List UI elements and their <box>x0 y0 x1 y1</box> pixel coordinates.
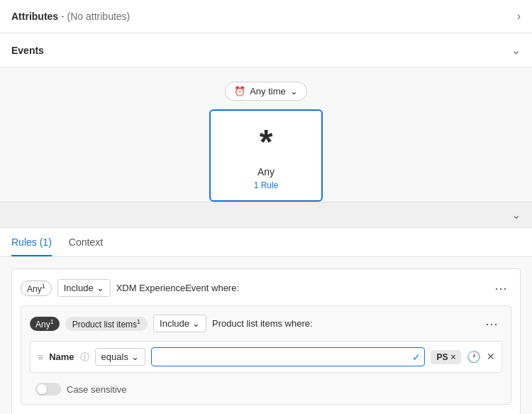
case-sensitive-label: Case sensitive <box>67 384 127 395</box>
ps-label: PS <box>436 352 448 362</box>
top-rule-row: Any1 Include ⌄ XDM ExperienceEvent where… <box>21 279 511 297</box>
any-time-button[interactable]: ⏰ Any time ⌄ <box>225 82 307 101</box>
toggle-knob <box>37 384 47 394</box>
equals-dropdown[interactable]: equals ⌄ <box>95 348 145 366</box>
sub-rule-text: Product list items where: <box>212 318 477 329</box>
case-sensitive-row: Case sensitive <box>30 380 502 396</box>
attributes-subtitle: - (No attributes) <box>58 11 130 22</box>
events-title: Events <box>11 45 44 56</box>
rules-section: Rules (1) Context Any1 Include ⌄ XDM Exp… <box>0 228 532 414</box>
attributes-title: Attributes - (No attributes) <box>11 11 130 22</box>
clock-icon: ⏰ <box>234 86 245 97</box>
tab-context[interactable]: Context <box>69 228 103 256</box>
chevron-right-icon[interactable]: › <box>517 10 521 23</box>
sub-include-dropdown[interactable]: Include ⌄ <box>153 315 206 332</box>
include-chevron-icon: ⌄ <box>96 283 104 293</box>
sub-more-options-button[interactable]: ⋯ <box>482 316 502 332</box>
event-asterisk: * <box>260 125 273 159</box>
equals-label: equals <box>101 352 128 362</box>
any-badge-dark: Any1 <box>30 317 60 331</box>
attributes-section: Attributes - (No attributes) › <box>0 0 532 33</box>
section-divider: ⌄ <box>0 202 532 228</box>
history-icon[interactable]: 🕐 <box>467 350 481 364</box>
rule-block: Any1 Include ⌄ XDM ExperienceEvent where… <box>11 268 521 414</box>
sub-include-label: Include <box>160 318 189 329</box>
divider-chevron-down-icon[interactable]: ⌄ <box>511 208 521 222</box>
case-sensitive-toggle[interactable] <box>35 383 61 396</box>
rules-body: Any1 Include ⌄ XDM ExperienceEvent where… <box>0 257 532 414</box>
sub-rule-block: Any1 Product list items1 Include ⌄ Produ… <box>21 305 511 405</box>
tab-rules[interactable]: Rules (1) <box>11 228 52 256</box>
events-header: Events ⌄ <box>0 33 532 67</box>
product-list-badge: Product list items1 <box>65 317 148 331</box>
rule-text: XDM ExperienceEvent where: <box>116 283 486 293</box>
drag-handle-icon[interactable]: ≡ <box>38 352 43 363</box>
events-body: ⏰ Any time ⌄ * Any 1 Rule <box>0 67 532 202</box>
rules-tabs: Rules (1) Context <box>0 228 532 257</box>
any-time-chevron-icon: ⌄ <box>290 86 298 97</box>
name-row: ≡ Name ⓘ equals ⌄ ✓ PS × 🕐 <box>30 341 502 373</box>
event-label: Any <box>257 166 275 178</box>
events-section: Events ⌄ ⏰ Any time ⌄ * Any 1 Rule <box>0 33 532 202</box>
any-time-label: Any time <box>250 86 286 97</box>
more-options-button[interactable]: ⋯ <box>492 280 511 296</box>
ps-tag: PS × <box>431 350 461 364</box>
event-card[interactable]: * Any 1 Rule <box>209 109 323 202</box>
event-rule-link[interactable]: 1 Rule <box>254 180 279 190</box>
sub-include-chevron-icon: ⌄ <box>192 318 200 329</box>
sub-rule-row: Any1 Product list items1 Include ⌄ Produ… <box>30 315 502 332</box>
row-close-icon[interactable]: × <box>487 349 494 364</box>
name-field-label: Name <box>49 352 74 362</box>
include-label: Include <box>64 283 94 293</box>
info-icon[interactable]: ⓘ <box>80 351 89 364</box>
checkmark-icon[interactable]: ✓ <box>412 352 421 363</box>
include-dropdown[interactable]: Include ⌄ <box>57 279 111 297</box>
name-input-wrap: ✓ <box>151 347 426 366</box>
events-chevron-down-icon[interactable]: ⌄ <box>511 43 521 57</box>
name-input[interactable] <box>151 347 426 366</box>
any-badge: Any1 <box>21 280 52 296</box>
ps-close-icon[interactable]: × <box>450 352 455 362</box>
equals-chevron-icon: ⌄ <box>131 352 139 362</box>
